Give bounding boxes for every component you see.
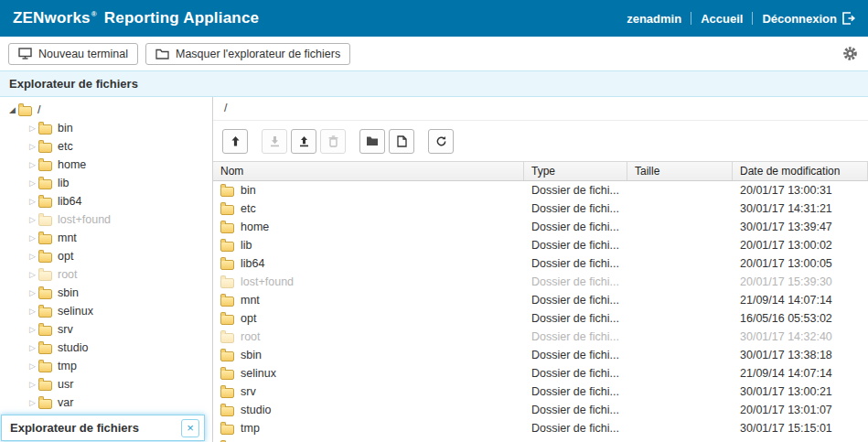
file-row[interactable]: lib Dossier de fichi... 20/01/17 13:00:0…	[213, 236, 868, 254]
file-row[interactable]: usr Dossier de fichi... 16/05/16 05:53:0…	[213, 437, 868, 442]
file-name: bin	[241, 184, 256, 197]
tree-root-label: /	[38, 103, 40, 116]
tree-item[interactable]: ▷ mnt	[0, 229, 212, 247]
tree-item[interactable]: ▷ home	[0, 156, 212, 174]
tree-root-node[interactable]: ◢ /	[0, 101, 212, 119]
up-directory-button[interactable]	[222, 129, 248, 154]
tree-item[interactable]: ▷ lib	[0, 174, 212, 192]
home-link[interactable]: Accueil	[701, 12, 743, 26]
file-modified: 20/01/17 13:01:07	[733, 404, 868, 416]
file-row[interactable]: tmp Dossier de fichi... 30/01/17 15:15:0…	[213, 419, 868, 437]
tree-item[interactable]: ▷ lost+found	[0, 210, 212, 229]
collapse-icon[interactable]: ▷	[27, 124, 38, 133]
folder-icon	[38, 124, 52, 135]
collapse-icon[interactable]: ▷	[27, 216, 38, 224]
refresh-icon	[435, 135, 447, 147]
folder-icon	[220, 205, 234, 215]
tree-item-label: var	[58, 396, 73, 409]
file-row[interactable]: bin Dossier de fichi... 20/01/17 13:00:3…	[213, 181, 868, 199]
tree-item[interactable]: ▷ lib64	[0, 192, 212, 210]
collapse-icon[interactable]: ▷	[27, 399, 38, 407]
file-modified: 16/05/16 05:53:02	[733, 312, 868, 325]
tree-item[interactable]: ▷ tmp	[0, 357, 212, 375]
file-type: Dossier de fichi...	[524, 349, 627, 361]
tree-item[interactable]: ▷ root	[0, 265, 212, 284]
expand-icon[interactable]: ◢	[6, 106, 18, 114]
file-row[interactable]: srv Dossier de fichi... 30/01/17 13:00:2…	[213, 383, 868, 401]
folder-icon	[38, 253, 52, 263]
new-terminal-button[interactable]: Nouveau terminal	[8, 43, 138, 65]
file-explorer-section-title: Explorateur de fichiers	[0, 70, 868, 97]
tree-item[interactable]: ▷ srv	[0, 320, 212, 339]
column-header-date[interactable]: Date de modification	[733, 162, 868, 180]
file-modified: 30/01/17 13:39:47	[733, 221, 868, 233]
new-folder-button[interactable]	[359, 129, 385, 154]
file-row[interactable]: studio Dossier de fichi... 20/01/17 13:0…	[213, 401, 868, 419]
file-name: srv	[241, 385, 256, 398]
column-header-type[interactable]: Type	[524, 162, 627, 180]
tree-item[interactable]: ▷ studio	[0, 339, 212, 357]
folder-outline-icon	[155, 49, 169, 59]
tree-item[interactable]: ▷ usr	[0, 375, 212, 393]
column-header-nom[interactable]: Nom	[213, 162, 524, 180]
hide-file-explorer-button[interactable]: Masquer l'explorateur de fichiers	[145, 43, 350, 65]
tree-item-label: usr	[58, 378, 73, 391]
collapse-icon[interactable]: ▷	[27, 362, 38, 371]
file-explorer-window-bar[interactable]: Explorateur de fichiers ×	[1, 415, 205, 441]
tree-item[interactable]: ▷ etc	[0, 137, 212, 156]
collapse-icon[interactable]: ▷	[27, 234, 38, 243]
refresh-button[interactable]	[428, 129, 454, 154]
collapse-icon[interactable]: ▷	[27, 271, 38, 279]
file-modified: 30/01/17 15:15:01	[733, 422, 868, 435]
folder-icon	[220, 388, 234, 398]
collapse-icon[interactable]: ▷	[27, 307, 38, 316]
file-type: Dossier de fichi...	[524, 312, 627, 325]
upload-button[interactable]	[291, 129, 316, 154]
file-row[interactable]: home Dossier de fichi... 30/01/17 13:39:…	[213, 218, 868, 236]
file-row[interactable]: lost+found Dossier de fichi... 20/01/17 …	[213, 273, 868, 291]
collapse-icon[interactable]: ▷	[27, 253, 38, 261]
file-type: Dossier de fichi...	[524, 294, 627, 307]
folder-icon	[220, 315, 234, 325]
header-nav: zenadmin Accueil Déconnexion	[627, 12, 855, 26]
tree-item[interactable]: ▷ var	[0, 393, 212, 412]
file-row[interactable]: opt Dossier de fichi... 16/05/16 05:53:0…	[213, 309, 868, 328]
tree-item[interactable]: ▷ selinux	[0, 302, 212, 320]
new-file-icon	[397, 135, 407, 147]
app-title: ZENworks® Reporting Appliance	[13, 9, 259, 27]
file-row[interactable]: root Dossier de fichi... 30/01/17 14:32:…	[213, 328, 868, 346]
logout-link[interactable]: Déconnexion	[762, 12, 855, 26]
collapse-icon[interactable]: ▷	[27, 289, 38, 297]
file-row[interactable]: lib64 Dossier de fichi... 20/01/17 13:00…	[213, 254, 868, 273]
tree-item[interactable]: ▷ sbin	[0, 284, 212, 302]
delete-button[interactable]	[320, 129, 346, 154]
file-type: Dossier de fichi...	[524, 202, 627, 215]
tree-item-label: selinux	[58, 305, 93, 318]
tree-item[interactable]: ▷ bin	[0, 119, 212, 137]
new-file-button[interactable]	[389, 129, 414, 154]
collapse-icon[interactable]: ▷	[27, 326, 38, 334]
collapse-icon[interactable]: ▷	[27, 198, 38, 206]
file-name: studio	[241, 404, 271, 416]
folder-icon	[38, 271, 52, 281]
collapse-icon[interactable]: ▷	[27, 143, 38, 151]
settings-gear-icon[interactable]	[842, 46, 860, 61]
file-row[interactable]: etc Dossier de fichi... 30/01/17 14:31:2…	[213, 199, 868, 218]
download-button[interactable]	[262, 129, 287, 154]
collapse-icon[interactable]: ▷	[27, 179, 38, 188]
tree-item[interactable]: ▷ opt	[0, 247, 212, 265]
file-row[interactable]: mnt Dossier de fichi... 21/09/14 14:07:1…	[213, 291, 868, 309]
collapse-icon[interactable]: ▷	[27, 381, 38, 389]
file-tree: ◢ / ▷ bin ▷ etc ▷	[0, 97, 213, 442]
folder-icon	[38, 381, 52, 391]
file-type: Dossier de fichi...	[524, 385, 627, 398]
close-icon[interactable]: ×	[181, 419, 199, 437]
column-header-taille[interactable]: Taille	[627, 162, 733, 180]
logout-icon	[841, 12, 855, 25]
collapse-icon[interactable]: ▷	[27, 161, 38, 169]
current-path: /	[213, 97, 868, 121]
folder-icon	[38, 399, 52, 409]
file-row[interactable]: selinux Dossier de fichi... 21/09/14 14:…	[213, 364, 868, 383]
collapse-icon[interactable]: ▷	[27, 344, 38, 352]
file-row[interactable]: sbin Dossier de fichi... 30/01/17 13:38:…	[213, 346, 868, 364]
